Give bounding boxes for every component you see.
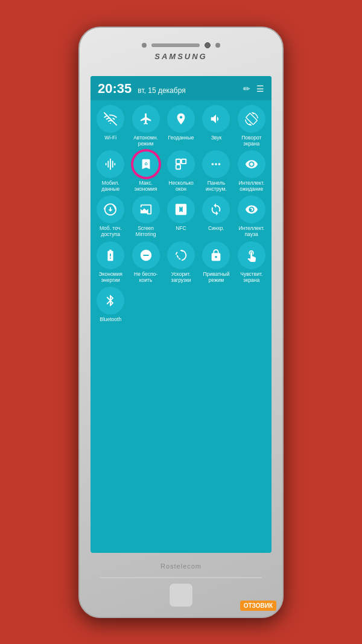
- qs-item-screen-mirroring[interactable]: Screen Mirroring: [129, 196, 162, 237]
- bluetooth-label: Bluetooth: [100, 316, 121, 322]
- qs-item-quick-connect[interactable]: Ускорит. загрузки: [165, 241, 197, 283]
- nfc-icon-wrap: [167, 196, 195, 223]
- watermark-badge: ОТЗОВИК: [240, 601, 276, 611]
- qs-item-rotate[interactable]: Поворот экрана: [235, 105, 268, 147]
- power-saving-label: Экономия энергии: [95, 271, 126, 283]
- multiwindow-icon-wrap: [167, 150, 195, 178]
- max-economy-icon-wrap: ♻: [132, 150, 160, 178]
- phone-device: SAMSUNG 20:35 вт, 15 декабря ✏ ☰ Wi-FiАв…: [78, 27, 284, 618]
- screen-mirroring-icon-wrap: [132, 196, 160, 223]
- date: вт, 15 декабря: [138, 86, 185, 95]
- wifi-label: Wi-Fi: [104, 135, 116, 141]
- carrier-label: Rostelecom: [160, 563, 202, 570]
- toolbar-icon-wrap: [202, 150, 230, 178]
- geo-icon-wrap: [167, 105, 195, 133]
- top-sensors: [142, 42, 220, 48]
- max-economy-label: Макс. экономия: [130, 180, 162, 192]
- smart-stay-label: Интеллект. ожидание: [236, 180, 267, 192]
- sound-icon-wrap: [202, 105, 230, 133]
- qs-item-mobile-hotspot[interactable]: Моб. точ. доступа: [94, 196, 127, 237]
- airplane-icon-wrap: [132, 105, 160, 133]
- qs-item-multiwindow[interactable]: Несколько окон: [165, 150, 197, 192]
- geo-label: Геоданные: [168, 135, 194, 141]
- svg-text:♻: ♻: [144, 161, 148, 167]
- qs-item-smart-pause[interactable]: Интеллект. пауза: [235, 196, 268, 237]
- screen-mirroring-label: Screen Mirroring: [130, 225, 162, 237]
- brand-logo: SAMSUNG: [154, 52, 207, 61]
- svg-point-5: [212, 163, 214, 165]
- qs-item-geo[interactable]: Геоданные: [165, 105, 197, 147]
- svg-rect-3: [176, 165, 180, 169]
- nfc-label: NFC: [176, 225, 186, 231]
- sensor-dot: [142, 43, 147, 48]
- multiwindow-label: Несколько окон: [165, 180, 197, 192]
- qs-item-toolbar[interactable]: Панель инструм.: [200, 150, 232, 192]
- svg-point-6: [218, 163, 221, 165]
- mobile-hotspot-icon-wrap: [97, 196, 124, 223]
- menu-icon[interactable]: ☰: [256, 84, 264, 94]
- phone-screen: 20:35 вт, 15 декабря ✏ ☰ Wi-FiАвтономн. …: [91, 76, 272, 553]
- sensor-dot2: [215, 43, 220, 48]
- touch-sensitivity-label: Чувствит. экрана: [236, 271, 267, 283]
- status-icons: ✏ ☰: [243, 84, 264, 94]
- phone-top: SAMSUNG: [80, 28, 282, 76]
- touch-sensitivity-icon-wrap: [238, 241, 265, 269]
- qs-item-mobile-data[interactable]: Мобил. данные: [94, 150, 127, 192]
- qs-item-smart-stay[interactable]: Интеллект. ожидание: [235, 150, 268, 192]
- qs-item-sound[interactable]: Звук: [200, 105, 232, 147]
- do-not-disturb-icon-wrap: [132, 241, 160, 269]
- sound-label: Звук: [211, 135, 221, 141]
- qs-item-airplane[interactable]: Автономн. режим: [129, 105, 162, 147]
- bluetooth-icon-wrap: [97, 287, 124, 314]
- qs-item-do-not-disturb[interactable]: Не беспо-коить: [129, 241, 162, 283]
- pencil-icon[interactable]: ✏: [243, 84, 250, 94]
- rotate-label: Поворот экрана: [236, 135, 267, 147]
- airplane-label: Автономн. режим: [130, 135, 162, 147]
- sync-icon-wrap: [202, 196, 230, 223]
- qs-item-touch-sensitivity[interactable]: Чувствит. экрана: [235, 241, 268, 283]
- mobile-data-label: Мобил. данные: [95, 180, 126, 192]
- private-mode-icon-wrap: [202, 241, 230, 269]
- svg-rect-2: [182, 159, 186, 164]
- power-saving-icon-wrap: [97, 241, 124, 269]
- quick-connect-icon-wrap: [167, 241, 195, 269]
- svg-point-4: [215, 163, 218, 165]
- mobile-hotspot-label: Моб. точ. доступа: [95, 225, 126, 237]
- qs-item-max-economy[interactable]: ♻Макс. экономия: [129, 150, 162, 192]
- qs-item-sync[interactable]: Синхр.: [200, 196, 232, 237]
- toolbar-label: Панель инструм.: [200, 180, 232, 192]
- qs-item-private-mode[interactable]: Приватный режим: [200, 241, 232, 283]
- quick-settings-grid: Wi-FiАвтономн. режимГеоданныеЗвукПоворот…: [91, 100, 272, 328]
- do-not-disturb-label: Не беспо-коить: [130, 271, 162, 283]
- camera-dot: [205, 42, 211, 48]
- wifi-icon-wrap: [97, 105, 124, 133]
- clock: 20:35: [98, 81, 132, 97]
- qs-item-power-saving[interactable]: Экономия энергии: [94, 241, 127, 283]
- qs-item-bluetooth[interactable]: Bluetooth: [94, 287, 127, 322]
- qs-item-nfc[interactable]: NFC: [165, 196, 197, 237]
- sync-label: Синхр.: [208, 225, 224, 231]
- private-mode-label: Приватный режим: [200, 271, 232, 283]
- mobile-data-icon-wrap: [97, 150, 124, 178]
- svg-rect-1: [176, 159, 180, 164]
- smart-stay-icon-wrap: [238, 150, 265, 178]
- rotate-icon-wrap: [238, 105, 265, 133]
- bottom-bar: [100, 577, 262, 578]
- home-button[interactable]: [169, 583, 193, 607]
- smart-pause-icon-wrap: [238, 196, 265, 223]
- status-bar: 20:35 вт, 15 декабря ✏ ☰: [91, 76, 272, 100]
- qs-item-wifi[interactable]: Wi-Fi: [94, 105, 127, 147]
- smart-pause-label: Интеллект. пауза: [236, 225, 267, 237]
- speaker-bar: [151, 43, 200, 47]
- quick-connect-label: Ускорит. загрузки: [165, 271, 197, 283]
